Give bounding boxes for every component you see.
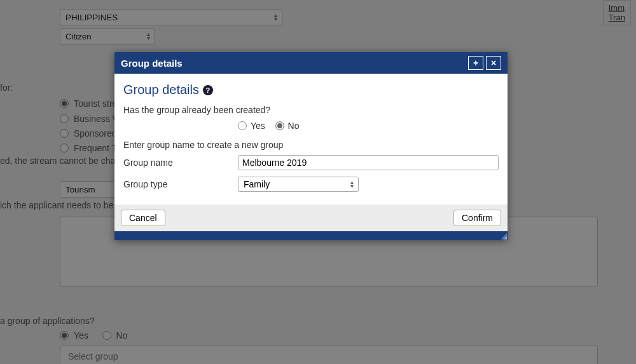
modal-add-button[interactable]: + (468, 56, 483, 70)
modal-body: Group details ? Has the group already be… (114, 74, 508, 205)
created-yes-label: Yes (251, 121, 265, 131)
modal-close-button[interactable]: × (486, 56, 501, 70)
created-no-radio[interactable] (275, 121, 284, 130)
group-name-input[interactable] (238, 155, 499, 170)
created-yes-radio[interactable] (238, 121, 247, 130)
close-icon: × (491, 58, 496, 68)
confirm-button[interactable]: Confirm (453, 210, 501, 226)
help-icon[interactable]: ? (203, 85, 213, 95)
created-no-label: No (288, 121, 300, 131)
modal-heading-row: Group details ? (123, 83, 499, 97)
cancel-button[interactable]: Cancel (121, 210, 165, 226)
modal-header: Group details + × (114, 52, 508, 74)
plus-icon: + (473, 58, 478, 68)
modal-heading: Group details (123, 83, 199, 97)
modal-footer: Cancel Confirm (114, 205, 508, 231)
group-type-label: Group type (123, 179, 238, 189)
modal-question: Has the group already been created? (123, 105, 499, 115)
group-details-modal: Group details + × Group details ? Has th… (114, 52, 508, 240)
modal-header-title: Group details (121, 58, 183, 69)
modal-instruction: Enter group name to create a new group (123, 140, 499, 150)
resize-handle-icon[interactable] (499, 232, 507, 239)
group-type-select[interactable]: Family (238, 177, 359, 192)
group-name-label: Group name (123, 158, 238, 168)
modal-bottom-bar (114, 231, 508, 240)
